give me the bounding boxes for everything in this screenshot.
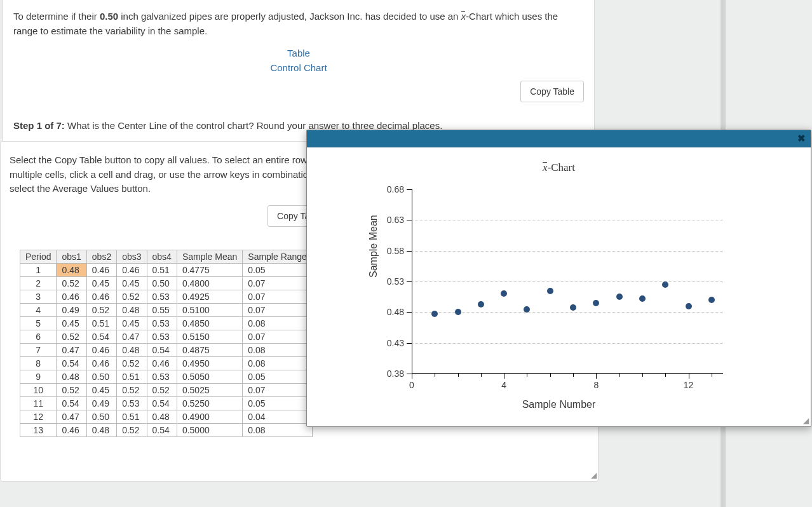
table-row[interactable]: 110.540.490.530.540.52500.05	[20, 396, 313, 410]
table-cell[interactable]: 0.51	[86, 316, 116, 330]
table-cell[interactable]: 0.05	[243, 370, 313, 383]
table-cell[interactable]: 0.4950	[177, 356, 242, 370]
link-table[interactable]: Table	[13, 48, 584, 58]
table-cell[interactable]: 0.54	[57, 356, 86, 370]
table-cell[interactable]: 0.46	[147, 356, 177, 370]
table-cell[interactable]: 0.08	[243, 343, 313, 356]
table-cell[interactable]: 0.07	[243, 303, 313, 316]
table-row[interactable]: 100.520.450.520.520.50250.07	[20, 383, 313, 396]
table-cell[interactable]: 0.52	[86, 303, 116, 316]
table-cell[interactable]: 0.52	[57, 330, 86, 343]
table-cell[interactable]: 0.4925	[177, 290, 242, 303]
table-cell[interactable]: 0.46	[117, 263, 147, 276]
table-cell[interactable]: 0.51	[147, 263, 177, 276]
table-cell[interactable]: 0.07	[243, 383, 313, 396]
table-cell[interactable]: 0.50	[86, 370, 116, 383]
table-cell[interactable]: 0.46	[86, 356, 116, 370]
table-header[interactable]: Period	[20, 250, 57, 263]
table-cell[interactable]: 3	[20, 290, 57, 303]
table-cell[interactable]: 0.51	[117, 410, 147, 423]
table-cell[interactable]: 0.47	[117, 330, 147, 343]
table-cell[interactable]: 0.48	[57, 370, 86, 383]
table-cell[interactable]: 0.52	[117, 356, 147, 370]
table-cell[interactable]: 0.5025	[177, 383, 242, 396]
table-cell[interactable]: 0.54	[57, 396, 86, 410]
table-cell[interactable]: 0.08	[243, 316, 313, 330]
table-cell[interactable]: 0.07	[243, 290, 313, 303]
table-row[interactable]: 60.520.540.470.530.51500.07	[20, 330, 313, 343]
table-row[interactable]: 20.520.450.450.500.48000.07	[20, 276, 313, 290]
table-cell[interactable]: 0.53	[147, 330, 177, 343]
table-cell[interactable]: 0.4850	[177, 316, 242, 330]
table-cell[interactable]: 0.45	[117, 276, 147, 290]
resize-handle-icon[interactable]: ◢	[803, 416, 809, 425]
table-header[interactable]: obs4	[147, 250, 177, 263]
table-cell[interactable]: 8	[20, 356, 57, 370]
table-cell[interactable]: 0.52	[117, 383, 147, 396]
table-cell[interactable]: 0.54	[147, 423, 177, 436]
table-cell[interactable]: 0.53	[147, 290, 177, 303]
table-header[interactable]: obs1	[57, 250, 86, 263]
table-row[interactable]: 50.450.510.450.530.48500.08	[20, 316, 313, 330]
table-cell[interactable]: 10	[20, 383, 57, 396]
table-cell[interactable]: 0.5000	[177, 423, 242, 436]
table-cell[interactable]: 0.45	[86, 276, 116, 290]
table-row[interactable]: 80.540.460.520.460.49500.08	[20, 356, 313, 370]
table-cell[interactable]: 0.46	[86, 343, 116, 356]
data-table[interactable]: Periodobs1obs2obs3obs4Sample MeanSample …	[20, 250, 313, 437]
table-cell[interactable]: 6	[20, 330, 57, 343]
table-cell[interactable]: 0.54	[147, 396, 177, 410]
copy-table-button-top[interactable]: Copy Table	[520, 81, 584, 102]
table-row[interactable]: 30.460.460.520.530.49250.07	[20, 290, 313, 303]
table-cell[interactable]: 0.5050	[177, 370, 242, 383]
table-cell[interactable]: 0.45	[57, 316, 86, 330]
table-cell[interactable]: 0.54	[86, 330, 116, 343]
table-cell[interactable]: 0.04	[243, 410, 313, 423]
table-cell[interactable]: 0.08	[243, 356, 313, 370]
table-cell[interactable]: 0.52	[147, 383, 177, 396]
table-cell[interactable]: 0.07	[243, 330, 313, 343]
table-cell[interactable]: 0.53	[147, 370, 177, 383]
table-row[interactable]: 90.480.500.510.530.50500.05	[20, 370, 313, 383]
table-cell[interactable]: 0.51	[117, 370, 147, 383]
table-cell[interactable]: 0.53	[117, 396, 147, 410]
table-cell[interactable]: 1	[20, 263, 57, 276]
table-row[interactable]: 130.460.480.520.540.50000.08	[20, 423, 313, 436]
resize-handle-icon[interactable]: ◢	[591, 471, 597, 480]
table-row[interactable]: 10.480.460.460.510.47750.05	[20, 263, 313, 276]
table-row[interactable]: 70.470.460.480.540.48750.08	[20, 343, 313, 356]
table-cell[interactable]: 0.53	[147, 316, 177, 330]
table-cell[interactable]: 5	[20, 316, 57, 330]
table-header[interactable]: obs3	[117, 250, 147, 263]
table-cell[interactable]: 13	[20, 423, 57, 436]
table-cell[interactable]: 4	[20, 303, 57, 316]
table-cell[interactable]: 0.50	[147, 276, 177, 290]
table-cell[interactable]: 0.4800	[177, 276, 242, 290]
table-cell[interactable]: 0.48	[147, 410, 177, 423]
link-control-chart[interactable]: Control Chart	[13, 62, 584, 73]
table-cell[interactable]: 12	[20, 410, 57, 423]
table-cell[interactable]: 0.52	[57, 383, 86, 396]
table-header[interactable]: obs2	[86, 250, 116, 263]
table-cell[interactable]: 0.55	[147, 303, 177, 316]
table-cell[interactable]: 0.5150	[177, 330, 242, 343]
table-cell[interactable]: 0.48	[117, 343, 147, 356]
table-cell[interactable]: 0.48	[57, 263, 86, 276]
table-cell[interactable]: 7	[20, 343, 57, 356]
table-cell[interactable]: 0.52	[117, 423, 147, 436]
table-cell[interactable]: 0.47	[57, 343, 86, 356]
table-header[interactable]: Sample Range	[243, 250, 313, 263]
table-cell[interactable]: 0.49	[86, 396, 116, 410]
table-cell[interactable]: 0.4900	[177, 410, 242, 423]
table-cell[interactable]: 0.52	[117, 290, 147, 303]
popup-titlebar[interactable]: ✖	[307, 130, 811, 147]
table-cell[interactable]: 0.5100	[177, 303, 242, 316]
table-cell[interactable]: 0.52	[57, 276, 86, 290]
table-cell[interactable]: 0.46	[57, 290, 86, 303]
table-cell[interactable]: 11	[20, 396, 57, 410]
table-cell[interactable]: 0.46	[86, 263, 116, 276]
table-cell[interactable]: 0.08	[243, 423, 313, 436]
table-cell[interactable]: 0.4775	[177, 263, 242, 276]
table-cell[interactable]: 0.45	[117, 316, 147, 330]
table-cell[interactable]: 0.48	[117, 303, 147, 316]
